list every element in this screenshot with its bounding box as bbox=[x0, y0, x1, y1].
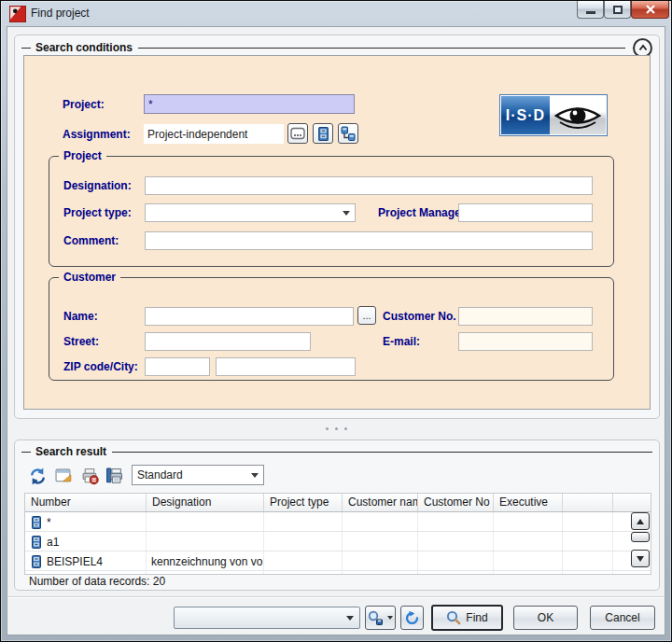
export-result-button[interactable] bbox=[53, 466, 74, 486]
search-conditions-label: Search conditions bbox=[35, 41, 133, 54]
close-icon bbox=[645, 5, 656, 14]
scroll-up-button[interactable] bbox=[631, 512, 650, 530]
divider bbox=[112, 452, 652, 453]
triangle-down-icon bbox=[637, 556, 644, 562]
table-cell: * bbox=[25, 512, 147, 531]
email-label: E-mail: bbox=[383, 335, 420, 348]
project-manager-label: Project Manager: bbox=[378, 206, 459, 219]
isd-logo-text: I·S·D bbox=[501, 96, 550, 134]
chevron-down-icon bbox=[343, 211, 350, 216]
print-delete-button[interactable] bbox=[79, 466, 100, 486]
table-cell: a1 bbox=[25, 532, 147, 551]
project-cabinet-icon bbox=[30, 536, 43, 549]
customer-browse-button[interactable]: ... bbox=[357, 306, 376, 325]
refresh-results-button[interactable] bbox=[27, 466, 48, 486]
zip-input[interactable] bbox=[145, 357, 210, 376]
magnifier-icon bbox=[446, 610, 461, 625]
cancel-button[interactable]: Cancel bbox=[590, 606, 655, 630]
footer-divider bbox=[8, 596, 664, 598]
maximize-icon bbox=[613, 6, 623, 14]
column-header[interactable]: Customer name bbox=[343, 494, 418, 511]
column-header-filler bbox=[613, 494, 651, 511]
table-cell bbox=[264, 551, 343, 570]
table-row[interactable] bbox=[25, 571, 651, 574]
comment-input[interactable] bbox=[145, 231, 593, 250]
customer-group-label: Customer bbox=[59, 271, 120, 284]
assignment-structure-button[interactable] bbox=[338, 123, 358, 144]
project-input[interactable] bbox=[144, 94, 355, 114]
save-search-button[interactable] bbox=[365, 606, 396, 630]
panel-splitter[interactable] bbox=[1, 425, 671, 432]
assignment-label: Assignment: bbox=[63, 128, 131, 141]
project-group-label: Project bbox=[59, 149, 106, 162]
customer-no-label: Customer No. bbox=[383, 310, 456, 323]
table-cell bbox=[343, 512, 418, 531]
table-cell bbox=[563, 571, 613, 574]
assignment-input[interactable] bbox=[144, 124, 284, 144]
titlebar[interactable]: Find project bbox=[1, 1, 671, 26]
print-button[interactable] bbox=[104, 466, 124, 486]
find-button-label: Find bbox=[466, 611, 487, 624]
assignment-browse-button[interactable] bbox=[287, 123, 308, 144]
saved-search-value bbox=[175, 611, 180, 624]
result-profile-select[interactable]: Standard bbox=[132, 465, 264, 485]
table-row[interactable]: a1 bbox=[25, 532, 651, 551]
find-project-dialog: Find project Search conditions Project: … bbox=[0, 0, 672, 642]
designation-label: Designation: bbox=[63, 179, 132, 192]
column-header[interactable]: Customer No bbox=[418, 494, 494, 511]
project-type-label: Project type: bbox=[63, 206, 132, 219]
scrollbar-thumb[interactable] bbox=[631, 532, 650, 542]
export-result-icon bbox=[55, 468, 73, 485]
table-cell bbox=[494, 512, 563, 531]
table-cell bbox=[563, 551, 613, 570]
find-button[interactable]: Find bbox=[431, 605, 503, 631]
reload-button[interactable] bbox=[400, 606, 424, 630]
sync-arrows-icon bbox=[29, 468, 47, 485]
project-manager-input[interactable] bbox=[458, 203, 593, 222]
table-row[interactable]: * bbox=[25, 512, 651, 532]
search-result-header: Search result bbox=[21, 441, 652, 462]
table-cell bbox=[343, 551, 418, 570]
comment-label: Comment: bbox=[63, 234, 119, 247]
minimize-button[interactable] bbox=[577, 1, 604, 19]
table-cell: kennzeichnung von von bbox=[147, 551, 264, 570]
printer-icon bbox=[105, 468, 123, 485]
street-input[interactable] bbox=[145, 332, 311, 351]
ok-button[interactable]: OK bbox=[513, 606, 578, 630]
maximize-button[interactable] bbox=[604, 1, 631, 19]
column-header[interactable]: Number bbox=[25, 494, 147, 511]
column-header[interactable] bbox=[563, 494, 613, 511]
designation-input[interactable] bbox=[145, 176, 593, 195]
table-row[interactable]: BEISPIEL4kennzeichnung von von bbox=[25, 551, 651, 571]
close-button[interactable] bbox=[631, 1, 669, 19]
project-type-select[interactable] bbox=[145, 203, 356, 222]
table-cell bbox=[343, 571, 418, 574]
search-conditions-panel: Project: Assignment: I·S·D bbox=[23, 55, 651, 410]
table-cell bbox=[494, 571, 563, 574]
city-input[interactable] bbox=[216, 357, 356, 376]
table-cell bbox=[418, 551, 494, 570]
scroll-down-button[interactable] bbox=[631, 550, 650, 567]
result-profile-value: Standard bbox=[137, 468, 183, 482]
customer-group: Customer Name: ... Customer No. Street: … bbox=[49, 277, 614, 381]
cancel-button-label: Cancel bbox=[605, 611, 639, 624]
street-label: Street: bbox=[63, 335, 99, 348]
chevron-down-icon bbox=[251, 473, 259, 478]
customer-no-input[interactable] bbox=[458, 307, 593, 326]
table-cell bbox=[264, 571, 343, 574]
divider bbox=[21, 452, 31, 453]
table-body: *a1BEISPIEL4kennzeichnung von von bbox=[25, 512, 651, 574]
search-result-label: Search result bbox=[35, 445, 106, 458]
email-input[interactable] bbox=[458, 332, 593, 351]
assignment-project-button[interactable] bbox=[313, 123, 333, 144]
customer-name-input[interactable] bbox=[145, 307, 354, 326]
circular-arrow-icon bbox=[404, 610, 420, 626]
isd-logo: I·S·D bbox=[499, 94, 608, 136]
chevron-up-icon bbox=[637, 43, 649, 52]
column-header[interactable]: Designation bbox=[147, 494, 264, 511]
column-header[interactable]: Project type bbox=[264, 494, 343, 511]
saved-search-select[interactable] bbox=[174, 607, 360, 629]
column-header[interactable]: Executive bbox=[494, 494, 563, 511]
table-cell bbox=[147, 512, 264, 531]
record-count-status: Number of data records: 20 bbox=[29, 575, 165, 588]
